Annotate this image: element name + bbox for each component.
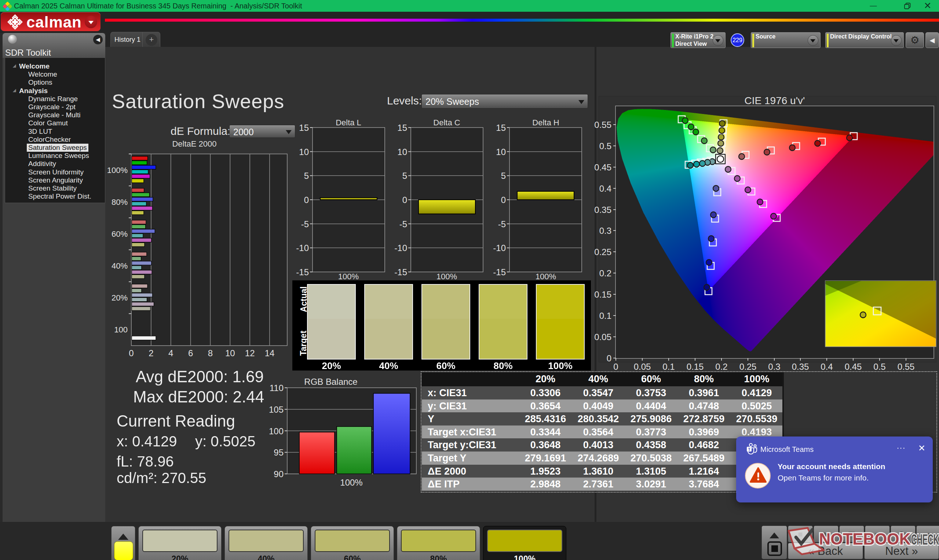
svg-text:T: T	[748, 447, 751, 452]
svg-text:CHECK: CHECK	[911, 531, 939, 548]
svg-text:NOTEBOOK: NOTEBOOK	[819, 530, 911, 548]
